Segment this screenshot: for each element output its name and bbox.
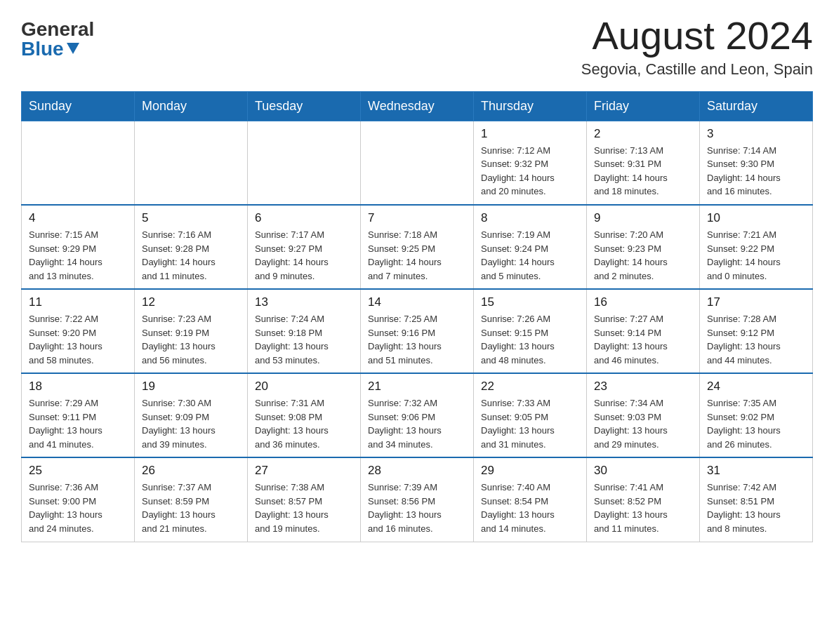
day-info: Sunrise: 7:17 AMSunset: 9:27 PMDaylight:… [255,228,353,283]
calendar-table: SundayMondayTuesdayWednesdayThursdayFrid… [21,91,813,542]
day-info: Sunrise: 7:39 AMSunset: 8:56 PMDaylight:… [368,481,466,535]
day-number: 18 [29,380,127,394]
day-number: 26 [142,464,240,478]
calendar-cell: 5Sunrise: 7:16 AMSunset: 9:28 PMDaylight… [135,205,248,289]
calendar-cell: 18Sunrise: 7:29 AMSunset: 9:11 PMDayligh… [22,373,135,457]
calendar-cell: 14Sunrise: 7:25 AMSunset: 9:16 PMDayligh… [361,289,474,373]
day-number: 23 [594,380,692,394]
day-info: Sunrise: 7:24 AMSunset: 9:18 PMDaylight:… [255,312,353,367]
calendar-cell: 4Sunrise: 7:15 AMSunset: 9:29 PMDaylight… [22,205,135,289]
day-number: 20 [255,380,353,394]
day-info: Sunrise: 7:40 AMSunset: 8:54 PMDaylight:… [481,481,579,535]
day-info: Sunrise: 7:18 AMSunset: 9:25 PMDaylight:… [368,228,466,283]
calendar-cell: 16Sunrise: 7:27 AMSunset: 9:14 PMDayligh… [587,289,700,373]
week-row-4: 18Sunrise: 7:29 AMSunset: 9:11 PMDayligh… [22,373,813,457]
day-info: Sunrise: 7:34 AMSunset: 9:03 PMDaylight:… [594,396,692,451]
day-number: 31 [707,464,805,478]
calendar-cell: 7Sunrise: 7:18 AMSunset: 9:25 PMDaylight… [361,205,474,289]
day-number: 7 [368,211,466,225]
day-info: Sunrise: 7:37 AMSunset: 8:59 PMDaylight:… [142,481,240,535]
week-row-1: 1Sunrise: 7:12 AMSunset: 9:32 PMDaylight… [22,121,813,205]
day-number: 22 [481,380,579,394]
day-info: Sunrise: 7:29 AMSunset: 9:11 PMDaylight:… [29,396,127,451]
day-info: Sunrise: 7:35 AMSunset: 9:02 PMDaylight:… [707,396,805,451]
calendar-cell: 6Sunrise: 7:17 AMSunset: 9:27 PMDaylight… [248,205,361,289]
weekday-header-wednesday: Wednesday [361,91,474,121]
day-info: Sunrise: 7:16 AMSunset: 9:28 PMDaylight:… [142,228,240,283]
day-info: Sunrise: 7:27 AMSunset: 9:14 PMDaylight:… [594,312,692,367]
day-number: 2 [594,127,692,141]
weekday-header-friday: Friday [587,91,700,121]
day-info: Sunrise: 7:31 AMSunset: 9:08 PMDaylight:… [255,396,353,451]
page-header: General Blue August 2024 Segovia, Castil… [21,14,813,79]
weekday-header-sunday: Sunday [22,91,135,121]
day-info: Sunrise: 7:15 AMSunset: 9:29 PMDaylight:… [29,228,127,283]
week-row-5: 25Sunrise: 7:36 AMSunset: 9:00 PMDayligh… [22,457,813,542]
calendar-cell: 13Sunrise: 7:24 AMSunset: 9:18 PMDayligh… [248,289,361,373]
calendar-cell: 15Sunrise: 7:26 AMSunset: 9:15 PMDayligh… [474,289,587,373]
calendar-cell: 25Sunrise: 7:36 AMSunset: 9:00 PMDayligh… [22,457,135,542]
day-info: Sunrise: 7:41 AMSunset: 8:52 PMDaylight:… [594,481,692,535]
calendar-cell: 30Sunrise: 7:41 AMSunset: 8:52 PMDayligh… [587,457,700,542]
calendar-cell: 31Sunrise: 7:42 AMSunset: 8:51 PMDayligh… [700,457,813,542]
weekday-header-saturday: Saturday [700,91,813,121]
calendar-cell: 11Sunrise: 7:22 AMSunset: 9:20 PMDayligh… [22,289,135,373]
calendar-cell: 26Sunrise: 7:37 AMSunset: 8:59 PMDayligh… [135,457,248,542]
calendar-cell: 3Sunrise: 7:14 AMSunset: 9:30 PMDaylight… [700,121,813,205]
day-info: Sunrise: 7:25 AMSunset: 9:16 PMDaylight:… [368,312,466,367]
day-number: 6 [255,211,353,225]
calendar-cell [248,121,361,205]
day-number: 15 [481,295,579,309]
day-number: 8 [481,211,579,225]
day-number: 10 [707,211,805,225]
day-info: Sunrise: 7:33 AMSunset: 9:05 PMDaylight:… [481,396,579,451]
day-number: 29 [481,464,579,478]
calendar-cell: 17Sunrise: 7:28 AMSunset: 9:12 PMDayligh… [700,289,813,373]
calendar-cell: 21Sunrise: 7:32 AMSunset: 9:06 PMDayligh… [361,373,474,457]
day-info: Sunrise: 7:36 AMSunset: 9:00 PMDaylight:… [29,481,127,535]
week-row-3: 11Sunrise: 7:22 AMSunset: 9:20 PMDayligh… [22,289,813,373]
logo-blue-text: Blue [21,39,79,59]
calendar-cell: 22Sunrise: 7:33 AMSunset: 9:05 PMDayligh… [474,373,587,457]
calendar-cell: 12Sunrise: 7:23 AMSunset: 9:19 PMDayligh… [135,289,248,373]
calendar-cell: 20Sunrise: 7:31 AMSunset: 9:08 PMDayligh… [248,373,361,457]
day-info: Sunrise: 7:30 AMSunset: 9:09 PMDaylight:… [142,396,240,451]
day-info: Sunrise: 7:32 AMSunset: 9:06 PMDaylight:… [368,396,466,451]
day-info: Sunrise: 7:28 AMSunset: 9:12 PMDaylight:… [707,312,805,367]
day-info: Sunrise: 7:14 AMSunset: 9:30 PMDaylight:… [707,144,805,199]
weekday-header-tuesday: Tuesday [248,91,361,121]
day-number: 25 [29,464,127,478]
day-number: 21 [368,380,466,394]
day-number: 30 [594,464,692,478]
day-number: 17 [707,295,805,309]
day-number: 11 [29,295,127,309]
calendar-cell: 28Sunrise: 7:39 AMSunset: 8:56 PMDayligh… [361,457,474,542]
logo: General Blue [21,20,94,59]
calendar-cell [361,121,474,205]
day-number: 14 [368,295,466,309]
day-number: 27 [255,464,353,478]
calendar-cell: 19Sunrise: 7:30 AMSunset: 9:09 PMDayligh… [135,373,248,457]
day-info: Sunrise: 7:22 AMSunset: 9:20 PMDaylight:… [29,312,127,367]
calendar-cell: 9Sunrise: 7:20 AMSunset: 9:23 PMDaylight… [587,205,700,289]
location-title: Segovia, Castille and Leon, Spain [581,60,813,79]
day-number: 1 [481,127,579,141]
calendar-cell: 2Sunrise: 7:13 AMSunset: 9:31 PMDaylight… [587,121,700,205]
calendar-cell: 10Sunrise: 7:21 AMSunset: 9:22 PMDayligh… [700,205,813,289]
day-number: 28 [368,464,466,478]
day-number: 4 [29,211,127,225]
logo-triangle-icon [67,43,79,54]
calendar-cell [22,121,135,205]
title-area: August 2024 Segovia, Castille and Leon, … [581,14,813,79]
day-number: 13 [255,295,353,309]
calendar-cell: 24Sunrise: 7:35 AMSunset: 9:02 PMDayligh… [700,373,813,457]
day-info: Sunrise: 7:12 AMSunset: 9:32 PMDaylight:… [481,144,579,199]
logo-general-text: General [21,20,94,39]
day-info: Sunrise: 7:38 AMSunset: 8:57 PMDaylight:… [255,481,353,535]
day-number: 19 [142,380,240,394]
day-number: 16 [594,295,692,309]
day-number: 12 [142,295,240,309]
day-info: Sunrise: 7:19 AMSunset: 9:24 PMDaylight:… [481,228,579,283]
day-number: 5 [142,211,240,225]
day-info: Sunrise: 7:26 AMSunset: 9:15 PMDaylight:… [481,312,579,367]
